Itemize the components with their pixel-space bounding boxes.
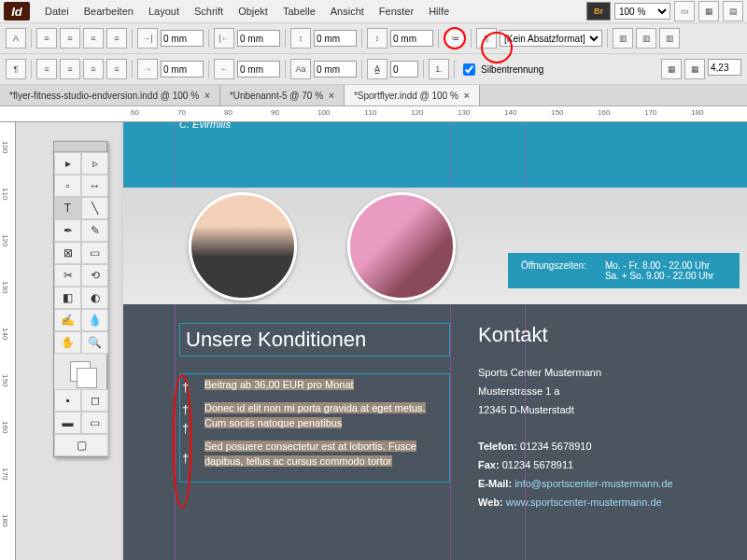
- doc-tab[interactable]: *Sportflyer.indd @ 100 %×: [345, 85, 480, 105]
- fill-stroke-swatch[interactable]: [54, 354, 106, 389]
- apply-none-icon[interactable]: ◻: [81, 389, 108, 412]
- columns-icon[interactable]: ▥: [659, 28, 680, 49]
- gap-tool-icon[interactable]: ↔: [81, 175, 108, 197]
- body-text: Beitrag ab 36,00 EUR pro Monat: [204, 379, 354, 390]
- close-icon[interactable]: ×: [204, 91, 210, 101]
- hours-line: Sa. + So. 9.00 - 22.00 Uhr: [605, 271, 713, 281]
- screen-mode-icon[interactable]: ▢: [54, 434, 108, 456]
- eyedropper-tool-icon[interactable]: 💧: [81, 309, 108, 331]
- indent-right-input[interactable]: [237, 30, 280, 47]
- space-before-input[interactable]: [314, 30, 357, 47]
- contact-city: 12345 D-Musterstadt: [478, 401, 702, 420]
- indent-icon[interactable]: →: [137, 59, 158, 79]
- input[interactable]: [161, 61, 204, 77]
- align-right-icon[interactable]: ≡: [83, 28, 104, 49]
- hand-tool-icon[interactable]: ✋: [54, 331, 81, 354]
- align-icon[interactable]: ≡: [36, 59, 57, 79]
- document-tabs: *flyer-fitness-studio-endversion.indd @ …: [0, 85, 747, 106]
- grid-icon[interactable]: ▦: [661, 59, 682, 79]
- char-mode-icon[interactable]: A: [6, 28, 26, 49]
- tools-panel[interactable]: ▸ ▹ ▫ ↔ T ╲ ✒ ✎ ⊠ ▭ ✂ ⟲ ◧ ◐ ✍ 💧 ✋ 🔍: [53, 141, 107, 457]
- value-input[interactable]: [708, 59, 741, 76]
- menu-layout[interactable]: Layout: [141, 2, 187, 21]
- apply-color-icon[interactable]: ▪: [54, 389, 81, 412]
- note-tool-icon[interactable]: ✍: [54, 309, 81, 331]
- pen-tool-icon[interactable]: ✒: [54, 219, 81, 242]
- gradient-tool-icon[interactable]: ◧: [54, 287, 81, 309]
- input[interactable]: [237, 61, 280, 77]
- type-tool-icon[interactable]: T: [54, 197, 81, 219]
- hours-label: Öffnungszeiten:: [521, 260, 586, 281]
- align-center-icon[interactable]: ≡: [60, 28, 80, 49]
- menu-datei[interactable]: Datei: [37, 2, 77, 21]
- align-justify-icon[interactable]: ≡: [106, 28, 127, 49]
- para-icon[interactable]: ¶: [476, 28, 497, 49]
- numbering-icon[interactable]: 1.: [429, 59, 449, 79]
- menu-hilfe[interactable]: Hilfe: [421, 2, 457, 21]
- zoom-select[interactable]: 100 %: [614, 3, 670, 20]
- canvas[interactable]: ▸ ▹ ▫ ↔ T ╲ ✒ ✎ ⊠ ▭ ✂ ⟲ ◧ ◐ ✍ 💧 ✋ 🔍: [16, 122, 747, 560]
- frame-tool-icon[interactable]: ⊠: [54, 242, 81, 264]
- menu-tabelle[interactable]: Tabelle: [275, 2, 323, 21]
- input[interactable]: [314, 61, 357, 77]
- panel-grip[interactable]: [54, 142, 106, 152]
- menu-schrift[interactable]: Schrift: [187, 2, 231, 21]
- menu-objekt[interactable]: Objekt: [231, 2, 275, 21]
- bullets-button[interactable]: ≔: [444, 27, 466, 49]
- doc-tab[interactable]: *flyer-fitness-studio-endversion.indd @ …: [0, 85, 220, 105]
- doc-tab[interactable]: *Unbenannt-5 @ 70 %×: [220, 85, 345, 105]
- align-left-icon[interactable]: ≡: [36, 28, 57, 49]
- indent-left-input[interactable]: [161, 30, 204, 47]
- hyphenation-checkbox[interactable]: Silbentrennung: [459, 61, 543, 78]
- menu-bearbeiten[interactable]: Bearbeiten: [77, 2, 141, 21]
- rect-tool-icon[interactable]: ▭: [81, 242, 108, 264]
- section-heading[interactable]: Unsere Konditionen: [179, 323, 450, 357]
- web-link: www.sportscenter-mustermann.de: [506, 497, 662, 508]
- bridge-button[interactable]: Br: [586, 2, 611, 21]
- baseline-icon[interactable]: Aa: [290, 59, 311, 79]
- image-band: Öffnungszeiten: Mo. - Fr. 8.00 - 22.00 U…: [123, 188, 747, 304]
- vertical-ruler[interactable]: 100110120130140150160170180: [0, 122, 16, 560]
- selection-tool-icon[interactable]: ▸: [54, 152, 81, 175]
- line-tool-icon[interactable]: ╲: [81, 197, 108, 219]
- text-frame[interactable]: †††† Beitrag ab 36,00 EUR pro Monat Done…: [179, 373, 450, 483]
- scissors-tool-icon[interactable]: ✂: [54, 264, 81, 287]
- indent-icon[interactable]: →|: [137, 28, 158, 49]
- indent-icon[interactable]: ←: [214, 59, 234, 79]
- document-page[interactable]: isque convercepses continiterit ver ris …: [123, 122, 747, 560]
- hours-line: Mo. - Fr. 8.00 - 22.00 Uhr: [605, 260, 713, 271]
- feather-tool-icon[interactable]: ◐: [81, 287, 108, 309]
- header-band: isque convercepses continiterit ver ris …: [123, 122, 747, 188]
- align-icon[interactable]: ≡: [106, 59, 127, 79]
- mode-icon[interactable]: ▬: [54, 412, 81, 434]
- grid-icon[interactable]: ▦: [684, 59, 705, 79]
- horizontal-ruler[interactable]: 60708090100110120130140150160170180: [0, 106, 747, 122]
- mode-icon[interactable]: ▭: [81, 412, 108, 434]
- pencil-tool-icon[interactable]: ✎: [81, 219, 108, 242]
- dropcap-icon[interactable]: A̲: [367, 59, 388, 79]
- columns-icon[interactable]: ▥: [613, 28, 633, 49]
- columns-icon[interactable]: ▥: [636, 28, 656, 49]
- input[interactable]: [390, 61, 418, 77]
- label: Web:: [478, 497, 503, 508]
- space-icon[interactable]: ↕: [367, 28, 388, 49]
- transform-tool-icon[interactable]: ⟲: [81, 264, 108, 287]
- para-mode-icon[interactable]: ¶: [6, 59, 26, 79]
- indent-icon[interactable]: |←: [214, 28, 234, 49]
- close-icon[interactable]: ×: [464, 91, 470, 101]
- space-icon[interactable]: ↕: [290, 28, 311, 49]
- section-heading: Kontakt: [478, 323, 702, 347]
- menu-ansicht[interactable]: Ansicht: [323, 2, 372, 21]
- para-style-select[interactable]: [Kein Absatzformat]: [500, 30, 602, 47]
- close-icon[interactable]: ×: [329, 91, 334, 101]
- view-icon[interactable]: ▤: [723, 1, 743, 21]
- page-tool-icon[interactable]: ▫: [54, 175, 81, 197]
- view-icon[interactable]: ▦: [698, 1, 719, 21]
- align-icon[interactable]: ≡: [60, 59, 80, 79]
- direct-select-tool-icon[interactable]: ▹: [81, 152, 108, 175]
- view-icon[interactable]: ▭: [674, 1, 695, 21]
- zoom-tool-icon[interactable]: 🔍: [81, 331, 108, 354]
- space-after-input[interactable]: [390, 30, 433, 47]
- align-icon[interactable]: ≡: [83, 59, 104, 79]
- menu-fenster[interactable]: Fenster: [372, 2, 421, 21]
